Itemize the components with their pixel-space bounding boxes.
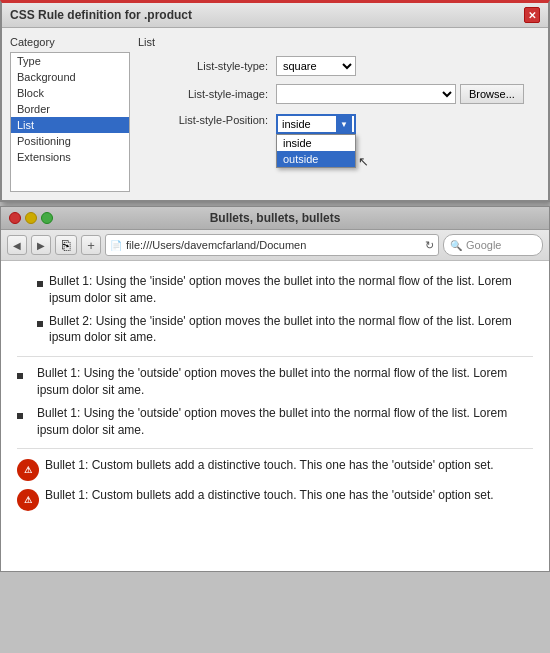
outside-bullet-1-text: Bullet 1: Using the 'outside' option mov…	[37, 365, 533, 399]
file-icon: 📄	[110, 240, 122, 251]
custom-bullet-1-text: Bullet 1: Custom bullets add a distincti…	[45, 457, 533, 474]
bullet-square-marker	[37, 315, 43, 332]
dropdown-current-value: inside	[280, 118, 336, 130]
custom-bullet-marker: ⚠	[17, 459, 39, 481]
custom-bullets-section: ⚠ Bullet 1: Custom bullets add a distinc…	[17, 457, 533, 511]
category-list: Type Background Block Border List Positi…	[10, 52, 130, 192]
list-item: Bullet 2: Using the 'inside' option move…	[37, 313, 533, 347]
list-style-position-control: inside ▼ inside outside ↖	[276, 114, 540, 134]
browser-window: Bullets, bullets, bullets ◀ ▶ ⎘ + 📄 file…	[0, 206, 550, 572]
maximize-traffic-light[interactable]	[41, 212, 53, 224]
list-style-type-control: square disc circle decimal none	[276, 56, 540, 76]
search-placeholder: Google	[466, 239, 501, 251]
search-bar[interactable]: 🔍 Google	[443, 234, 543, 256]
custom-bullet-2-text: Bullet 1: Custom bullets add a distincti…	[45, 487, 533, 504]
address-bar[interactable]: 📄 file:///Users/davemcfarland/Documen ↻	[105, 234, 439, 256]
sidebar-item-background[interactable]: Background	[11, 69, 129, 85]
browser-titlebar: Bullets, bullets, bullets	[1, 207, 549, 230]
sidebar-item-extensions[interactable]: Extensions	[11, 149, 129, 165]
category-sidebar: Category Type Background Block Border Li…	[10, 36, 130, 192]
sidebar-item-border[interactable]: Border	[11, 101, 129, 117]
list-item: Bullet 1: Using the 'outside' option mov…	[17, 405, 533, 439]
list-item: Bullet 1: Using the 'inside' option move…	[37, 273, 533, 307]
main-panel: List List-style-type: square disc circle…	[138, 36, 540, 192]
address-text: file:///Users/davemcfarland/Documen	[126, 239, 421, 251]
bullet-square-marker	[17, 367, 31, 384]
list-item: ⚠ Bullet 1: Custom bullets add a distinc…	[17, 487, 533, 511]
dialog-body: Category Type Background Block Border Li…	[2, 28, 548, 200]
list-style-type-row: List-style-type: square disc circle deci…	[138, 56, 540, 76]
sidebar-item-block[interactable]: Block	[11, 85, 129, 101]
category-label: Category	[10, 36, 130, 48]
back-button[interactable]: ◀	[7, 235, 27, 255]
inside-bullets-section: Bullet 1: Using the 'inside' option move…	[37, 273, 533, 346]
option-outside[interactable]: outside ↖	[277, 151, 355, 167]
divider	[17, 448, 533, 449]
list-style-type-label: List-style-type:	[138, 60, 268, 72]
list-panel-label: List	[138, 36, 540, 48]
list-item: ⚠ Bullet 1: Custom bullets add a distinc…	[17, 457, 533, 481]
close-traffic-light[interactable]	[9, 212, 21, 224]
list-style-position-dropdown[interactable]: inside ▼ inside outside ↖	[276, 114, 356, 134]
browser-toolbar: ◀ ▶ ⎘ + 📄 file:///Users/davemcfarland/Do…	[1, 230, 549, 261]
search-icon: 🔍	[450, 240, 462, 251]
custom-bullet-marker: ⚠	[17, 489, 39, 511]
bullet-square-marker	[37, 275, 43, 292]
sidebar-item-positioning[interactable]: Positioning	[11, 133, 129, 149]
list-style-image-label: List-style-image:	[138, 88, 268, 100]
minimize-traffic-light[interactable]	[25, 212, 37, 224]
forward-button[interactable]: ▶	[31, 235, 51, 255]
dropdown-menu: inside outside ↖	[276, 134, 356, 168]
dialog-titlebar: CSS Rule definition for .product ✕	[2, 3, 548, 28]
browser-title: Bullets, bullets, bullets	[210, 211, 341, 225]
list-item: Bullet 1: Using the 'outside' option mov…	[17, 365, 533, 399]
outside-bullets-section: Bullet 1: Using the 'outside' option mov…	[17, 365, 533, 438]
css-rule-dialog: CSS Rule definition for .product ✕ Categ…	[0, 0, 550, 202]
sidebar-item-list[interactable]: List	[11, 117, 129, 133]
close-button[interactable]: ✕	[524, 7, 540, 23]
list-style-image-select[interactable]	[276, 84, 456, 104]
list-style-type-select[interactable]: square disc circle decimal none	[276, 56, 356, 76]
browse-button[interactable]: Browse...	[460, 84, 524, 104]
outside-bullet-2-text: Bullet 1: Using the 'outside' option mov…	[37, 405, 533, 439]
refresh-button[interactable]: ↻	[425, 239, 434, 252]
sidebar-item-type[interactable]: Type	[11, 53, 129, 69]
dropdown-shown-value[interactable]: inside ▼	[276, 114, 356, 134]
dropdown-arrow-icon[interactable]: ▼	[336, 116, 352, 132]
list-style-image-control: Browse...	[276, 84, 540, 104]
list-style-position-label: List-style-Position:	[138, 114, 268, 126]
list-style-position-row: List-style-Position: inside ▼ inside out…	[138, 112, 540, 134]
bullet-square-marker	[17, 407, 31, 424]
traffic-lights	[9, 212, 53, 224]
inside-bullet-1-text: Bullet 1: Using the 'inside' option move…	[49, 273, 533, 307]
page-button[interactable]: ⎘	[55, 235, 77, 255]
option-inside[interactable]: inside	[277, 135, 355, 151]
add-tab-button[interactable]: +	[81, 235, 101, 255]
dialog-title: CSS Rule definition for .product	[10, 8, 192, 22]
list-style-image-row: List-style-image: Browse...	[138, 84, 540, 104]
divider	[17, 356, 533, 357]
browser-content: Bullet 1: Using the 'inside' option move…	[1, 261, 549, 571]
inside-bullet-2-text: Bullet 2: Using the 'inside' option move…	[49, 313, 533, 347]
